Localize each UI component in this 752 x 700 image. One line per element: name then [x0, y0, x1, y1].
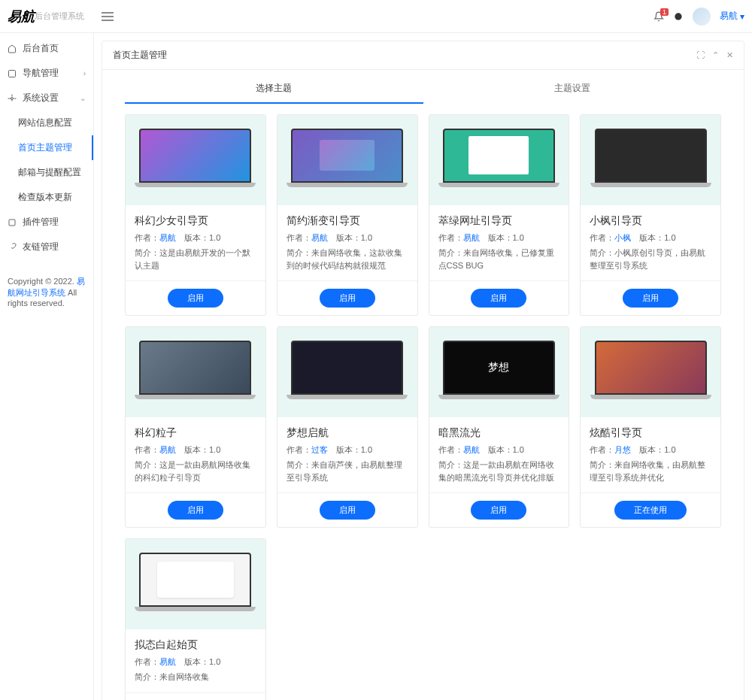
- theme-meta: 作者：易航 版本：1.0: [287, 232, 408, 244]
- nav-check-update[interactable]: 检查版本更新: [0, 185, 93, 210]
- theme-thumbnail: [429, 115, 569, 205]
- avatar[interactable]: [693, 8, 711, 26]
- theme-card: 梦想 暗黑流光 作者：易航 版本：1.0 简介：这是一款由易航在网络收集的暗黑流…: [429, 326, 570, 528]
- author-link[interactable]: 过客: [311, 445, 328, 454]
- theme-title: 简约渐变引导页: [287, 214, 408, 228]
- enable-button[interactable]: 启用: [320, 501, 375, 520]
- author-link[interactable]: 易航: [463, 445, 480, 454]
- theme-thumbnail: [581, 115, 720, 205]
- theme-card: 科幻少女引导页 作者：易航 版本：1.0 简介：这是由易航开发的一个默认主题 启…: [125, 114, 266, 316]
- panel-title: 首页主题管理: [113, 49, 167, 62]
- nav-home[interactable]: 后台首页: [0, 36, 93, 61]
- theme-desc: 简介：这是一款由易航网络收集的科幻粒子引导页: [135, 459, 256, 483]
- tab-select-theme[interactable]: 选择主题: [125, 74, 423, 104]
- nav-label: 插件管理: [23, 216, 59, 229]
- theme-card: 萃绿网址引导页 作者：易航 版本：1.0 简介：来自网络收集，已修复重点CSS …: [429, 114, 570, 316]
- copyright: Copyright © 2022. 易航网址引导系统 All rights re…: [0, 268, 93, 315]
- theme-card: 简约渐变引导页 作者：易航 版本：1.0 简介：来自网络收集，这款收集到的时候代…: [277, 114, 418, 316]
- theme-title: 梦想启航: [287, 426, 408, 440]
- svg-point-0: [675, 13, 681, 20]
- theme-thumbnail: [126, 539, 265, 629]
- enable-button[interactable]: 启用: [168, 289, 223, 308]
- user-menu[interactable]: 易航 ▾: [720, 10, 744, 23]
- theme-desc: 简介：来自网络收集: [135, 671, 256, 683]
- theme-desc: 简介：来自葫芦侠，由易航整理至引导系统: [287, 459, 408, 483]
- theme-toggle[interactable]: [673, 11, 684, 22]
- enable-button[interactable]: 启用: [320, 289, 375, 308]
- theme-title: 炫酷引导页: [590, 426, 711, 440]
- notification-badge: 1: [660, 8, 669, 16]
- author-link[interactable]: 月悠: [614, 445, 631, 454]
- theme-meta: 作者：易航 版本：1.0: [438, 444, 560, 456]
- enable-button[interactable]: 启用: [623, 289, 678, 308]
- nav-theme-manage[interactable]: 首页主题管理: [0, 135, 93, 160]
- user-name-label: 易航: [720, 10, 738, 23]
- author-link[interactable]: 易航: [159, 445, 176, 454]
- collapse-icon[interactable]: ⌃: [712, 50, 719, 60]
- link-icon: [8, 243, 17, 252]
- theme-title: 科幻粒子: [135, 426, 256, 440]
- theme-thumbnail: [277, 115, 417, 205]
- svg-rect-3: [9, 220, 15, 226]
- author-link[interactable]: 易航: [463, 233, 480, 242]
- theme-thumbnail: [126, 327, 265, 417]
- tab-theme-settings[interactable]: 主题设置: [423, 74, 722, 104]
- theme-meta: 作者：易航 版本：1.0: [135, 444, 256, 456]
- theme-desc: 简介：来自网络收集，已修复重点CSS BUG: [438, 247, 560, 271]
- enable-button[interactable]: 启用: [471, 501, 526, 520]
- theme-meta: 作者：易航 版本：1.0: [135, 656, 256, 668]
- theme-card: 梦想启航 作者：过客 版本：1.0 简介：来自葫芦侠，由易航整理至引导系统 启用: [277, 326, 418, 528]
- nav-label: 系统设置: [23, 92, 59, 105]
- nav-label: 后台首页: [23, 42, 59, 55]
- nav-label: 友链管理: [23, 241, 59, 253]
- theme-title: 萃绿网址引导页: [438, 214, 560, 228]
- nav-site-config[interactable]: 网站信息配置: [0, 111, 93, 135]
- author-link[interactable]: 易航: [311, 233, 328, 242]
- menu-toggle[interactable]: [102, 12, 114, 21]
- chevron-right-icon: ›: [83, 69, 86, 77]
- enable-button[interactable]: 启用: [168, 501, 223, 520]
- theme-card: 科幻粒子 作者：易航 版本：1.0 简介：这是一款由易航网络收集的科幻粒子引导页…: [125, 326, 266, 528]
- theme-thumbnail: [277, 327, 417, 417]
- nav-navigation[interactable]: 导航管理 ›: [0, 61, 93, 86]
- theme-meta: 作者：过客 版本：1.0: [287, 444, 408, 456]
- theme-card: 拟态白起始页 作者：易航 版本：1.0 简介：来自网络收集 启用: [125, 538, 266, 700]
- theme-thumbnail: [581, 327, 720, 417]
- expand-icon[interactable]: ⛶: [696, 50, 705, 60]
- theme-meta: 作者：月悠 版本：1.0: [590, 444, 711, 456]
- theme-meta: 作者：易航 版本：1.0: [438, 232, 560, 244]
- theme-desc: 简介：这是由易航开发的一个默认主题: [135, 247, 256, 271]
- home-icon: [8, 44, 17, 53]
- theme-title: 暗黑流光: [438, 426, 560, 440]
- brand-name: 易航: [8, 8, 35, 26]
- chevron-down-icon: ▾: [740, 11, 744, 22]
- gear-icon: [8, 94, 17, 103]
- author-link[interactable]: 易航: [159, 233, 176, 242]
- theme-desc: 简介：这是一款由易航在网络收集的暗黑流光引导页并优化排版: [438, 459, 560, 483]
- close-icon[interactable]: ✕: [726, 50, 733, 60]
- theme-desc: 简介：来自网络收集，这款收集到的时候代码结构就很规范: [287, 247, 408, 271]
- using-button[interactable]: 正在使用: [614, 501, 687, 520]
- notifications-button[interactable]: 1: [653, 11, 664, 22]
- logo: 易航 后台管理系统: [8, 8, 94, 26]
- nav-plugins[interactable]: 插件管理: [0, 210, 93, 235]
- plugin-icon: [8, 218, 17, 227]
- chevron-down-icon: ⌄: [80, 94, 86, 102]
- theme-title: 拟态白起始页: [135, 638, 256, 652]
- theme-desc: 简介：来自网络收集，由易航整理至引导系统并优化: [590, 459, 711, 483]
- nav-mail-config[interactable]: 邮箱与提醒配置: [0, 160, 93, 185]
- theme-desc: 简介：小枫原创引导页，由易航整理至引导系统: [590, 247, 711, 271]
- brand-sub: 后台管理系统: [35, 11, 84, 22]
- nav-label: 导航管理: [23, 67, 59, 80]
- author-link[interactable]: 易航: [159, 657, 176, 666]
- author-link[interactable]: 小枫: [614, 233, 631, 242]
- nav-icon: [8, 69, 17, 78]
- theme-thumbnail: [126, 115, 265, 205]
- nav-links[interactable]: 友链管理: [0, 235, 93, 259]
- theme-card: 小枫引导页 作者：小枫 版本：1.0 简介：小枫原创引导页，由易航整理至引导系统…: [580, 114, 721, 316]
- enable-button[interactable]: 启用: [471, 289, 526, 308]
- theme-meta: 作者：小枫 版本：1.0: [590, 232, 711, 244]
- theme-title: 科幻少女引导页: [135, 214, 256, 228]
- nav-system[interactable]: 系统设置 ⌄: [0, 86, 93, 111]
- theme-thumbnail: 梦想: [429, 327, 569, 417]
